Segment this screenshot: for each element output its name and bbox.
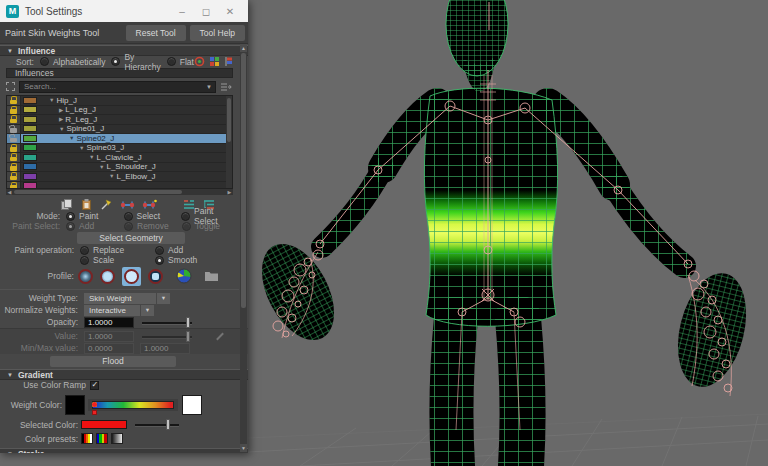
expand-arrow-icon[interactable]: ▼: [69, 135, 74, 141]
tree-row[interactable]: [7, 182, 232, 190]
tree-row[interactable]: ▼Spine01_J: [7, 125, 232, 135]
flag-icon[interactable]: [224, 56, 235, 67]
tree-vertical-scrollbar[interactable]: [226, 96, 232, 188]
scroll-right-icon[interactable]: ▶: [226, 189, 233, 195]
slider-handle[interactable]: [166, 419, 170, 430]
influence-name[interactable]: ▼L_Shoulder_J: [39, 162, 156, 171]
tool-help-button[interactable]: Tool Help: [190, 25, 245, 41]
weight-hammer-icon[interactable]: [100, 198, 113, 211]
preset-rainbow-ramp[interactable]: [96, 433, 108, 444]
move-joint-icon[interactable]: [120, 198, 135, 211]
scroll-left-icon[interactable]: ◀: [6, 189, 13, 195]
influence-name[interactable]: ▼L_Elbow_J: [39, 172, 156, 181]
lock-cell[interactable]: [7, 125, 21, 134]
max-weight-color-swatch[interactable]: [182, 395, 202, 415]
influence-name[interactable]: ▼L_Clavicle_J: [39, 153, 142, 162]
stamp-sphere-icon[interactable]: [176, 268, 192, 284]
maximize-button[interactable]: ◻: [194, 6, 218, 17]
normalize-weights-dropdown[interactable]: Interactive ▼: [84, 305, 154, 316]
influence-name[interactable]: ▼Spine01_J: [39, 124, 104, 133]
tree-row[interactable]: ▼L_Elbow_J: [7, 172, 232, 182]
close-button[interactable]: ✕: [218, 6, 242, 17]
scrollbar-thumb[interactable]: [14, 190, 182, 194]
filter-menu-icon[interactable]: [220, 82, 233, 92]
influence-color-swatch[interactable]: [23, 163, 37, 170]
lock-cell[interactable]: [7, 172, 21, 181]
scrollbar-thumb[interactable]: [241, 53, 246, 308]
color-ramp-widget[interactable]: [88, 399, 178, 411]
expand-arrow-icon[interactable]: ▶: [59, 107, 63, 113]
influence-color-swatch[interactable]: [23, 116, 37, 123]
scroll-down-icon[interactable]: ▼: [240, 444, 247, 452]
select-geometry-button[interactable]: Select Geometry: [77, 232, 185, 244]
influence-color-swatch[interactable]: [23, 173, 37, 180]
paste-weights-icon[interactable]: [80, 198, 93, 211]
color-grid-icon[interactable]: [209, 56, 220, 67]
influence-color-swatch[interactable]: [23, 125, 37, 132]
tree-row[interactable]: ▼Spine03_J: [7, 144, 232, 154]
expand-arrow-icon[interactable]: ▶: [59, 116, 63, 122]
ramp-point-icon[interactable]: [92, 402, 97, 407]
influence-name[interactable]: ▶R_Leg_J: [39, 115, 97, 124]
lock-cell[interactable]: [7, 163, 21, 172]
radio-paint-select-add[interactable]: Add: [66, 221, 124, 231]
radio-op-replace[interactable]: Replace: [80, 245, 155, 255]
influence-name[interactable]: ▼Spine03_J: [39, 143, 124, 152]
brush-soft-icon[interactable]: [100, 269, 115, 284]
expand-arrow-icon[interactable]: ▼: [99, 164, 104, 170]
brush-solid-selected[interactable]: [122, 267, 141, 286]
expand-arrow-icon[interactable]: ▼: [89, 154, 94, 160]
opacity-slider[interactable]: [142, 317, 192, 328]
browse-folder-icon[interactable]: [204, 270, 219, 282]
influence-color-swatch[interactable]: [23, 106, 37, 113]
tree-horizontal-scrollbar[interactable]: ◀ ▶: [6, 189, 233, 195]
brush-gaussian-icon[interactable]: [78, 269, 93, 284]
radio-paint-select-toggle[interactable]: Toggle: [182, 221, 220, 231]
preset-grayscale-ramp[interactable]: [111, 433, 123, 444]
tree-row[interactable]: ▼L_Clavicle_J: [7, 153, 232, 163]
influence-color-swatch[interactable]: [23, 144, 37, 151]
panel-scrollbar[interactable]: ▲ ▼: [240, 44, 247, 452]
radio-mode-paint[interactable]: Paint: [66, 211, 124, 221]
tree-row[interactable]: ▼L_Shoulder_J: [7, 163, 232, 173]
reset-tool-button[interactable]: Reset Tool: [126, 25, 186, 41]
influence-color-swatch[interactable]: [23, 154, 37, 161]
lock-cell[interactable]: [7, 153, 21, 162]
use-color-ramp-checkbox[interactable]: [90, 381, 99, 390]
marquee-select-icon[interactable]: [6, 82, 15, 91]
tree-row[interactable]: ▼Spine02_J: [7, 134, 232, 144]
influence-name[interactable]: ▼Spine02_J: [39, 134, 114, 143]
gradient-section-header[interactable]: ▼ Gradient: [0, 369, 248, 380]
expand-arrow-icon[interactable]: ▼: [79, 145, 84, 151]
slider-handle[interactable]: [186, 317, 190, 328]
radio-mode-select[interactable]: Select: [124, 211, 182, 221]
radio-sort-flat[interactable]: Flat: [167, 57, 194, 67]
radio-op-add[interactable]: Add: [155, 245, 183, 255]
search-input[interactable]: [20, 82, 203, 92]
influence-color-swatch[interactable]: [23, 97, 37, 104]
lock-cell[interactable]: [7, 106, 21, 115]
radio-paint-select-remove[interactable]: Remove: [124, 221, 182, 231]
influence-color-swatch[interactable]: [23, 182, 37, 189]
chevron-down-icon[interactable]: ▼: [203, 84, 215, 90]
lock-cell[interactable]: [7, 144, 21, 153]
ramp-bar[interactable]: [92, 401, 174, 409]
tree-row[interactable]: ▼Hip_J: [7, 96, 232, 106]
tree-row[interactable]: ▶R_Leg_J: [7, 115, 232, 125]
lock-cell[interactable]: [7, 115, 21, 124]
copy-weights-icon[interactable]: [60, 198, 73, 211]
stroke-section-header[interactable]: ▼ Stroke: [0, 448, 248, 453]
search-field[interactable]: ▼: [19, 81, 216, 93]
expand-arrow-icon[interactable]: ▼: [49, 97, 54, 103]
flood-button[interactable]: Flood: [50, 356, 176, 367]
lock-cell[interactable]: [7, 96, 21, 105]
paint-weights-display-icon[interactable]: [194, 56, 205, 67]
scroll-up-icon[interactable]: ▲: [240, 44, 247, 52]
radio-op-smooth[interactable]: Smooth: [155, 255, 197, 265]
weight-type-dropdown[interactable]: Skin Weight ▼: [84, 293, 170, 304]
opacity-field[interactable]: 1.0000: [84, 317, 134, 328]
radio-sort-by-hierarchy[interactable]: By Hierarchy: [111, 52, 160, 72]
minimize-button[interactable]: –: [170, 6, 194, 17]
influence-name[interactable]: ▼Hip_J: [39, 96, 77, 105]
influence-name[interactable]: ▶L_Leg_J: [39, 105, 96, 114]
